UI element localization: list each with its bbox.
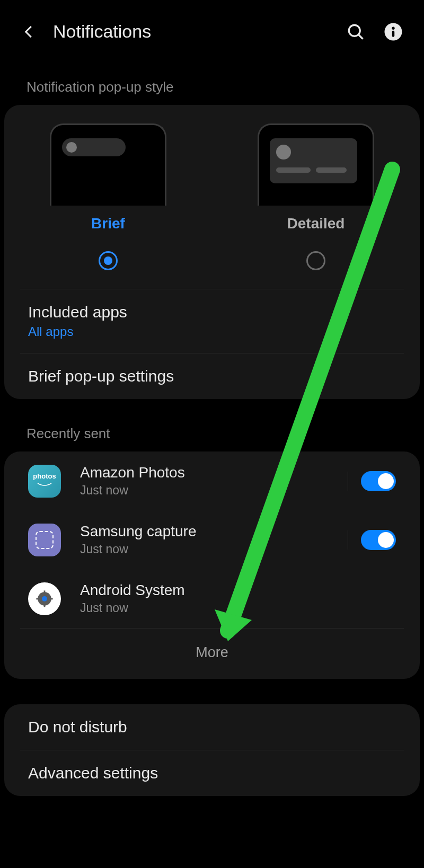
search-icon[interactable] bbox=[346, 22, 365, 41]
app-row-amazon-photos[interactable]: photos Amazon Photos Just now bbox=[4, 451, 420, 510]
app-row-android-system[interactable]: Android System Just now bbox=[4, 569, 420, 628]
svg-point-3 bbox=[392, 26, 394, 29]
brief-settings-label: Brief pop-up settings bbox=[28, 367, 396, 385]
detailed-preview bbox=[258, 123, 374, 206]
style-option-detailed[interactable]: Detailed bbox=[212, 123, 420, 270]
android-system-icon bbox=[28, 582, 61, 615]
brief-label: Brief bbox=[91, 215, 125, 232]
svg-rect-7 bbox=[44, 590, 46, 594]
included-apps-title: Included apps bbox=[28, 303, 396, 321]
radio-brief[interactable] bbox=[99, 251, 118, 270]
back-icon[interactable] bbox=[21, 24, 37, 40]
advanced-settings-row[interactable]: Advanced settings bbox=[4, 750, 420, 796]
app-name: Amazon Photos bbox=[80, 464, 329, 481]
brief-settings-row[interactable]: Brief pop-up settings bbox=[4, 353, 420, 399]
do-not-disturb-row[interactable]: Do not disturb bbox=[4, 704, 420, 750]
svg-line-1 bbox=[358, 34, 363, 39]
toggle-samsung-capture[interactable] bbox=[361, 530, 396, 550]
svg-rect-8 bbox=[44, 604, 46, 607]
recently-sent-card: photos Amazon Photos Just now Samsung ca… bbox=[4, 451, 420, 679]
info-icon[interactable] bbox=[384, 22, 403, 41]
svg-rect-4 bbox=[392, 30, 395, 37]
svg-point-0 bbox=[349, 25, 360, 36]
recently-sent-label: Recently sent bbox=[0, 399, 424, 451]
amazon-photos-icon: photos bbox=[28, 465, 61, 498]
style-option-brief[interactable]: Brief bbox=[4, 123, 212, 270]
samsung-capture-icon bbox=[28, 524, 61, 556]
app-time: Just now bbox=[80, 542, 329, 556]
advanced-label: Advanced settings bbox=[28, 764, 396, 782]
included-apps-row[interactable]: Included apps All apps bbox=[4, 289, 420, 353]
included-apps-value: All apps bbox=[28, 324, 396, 339]
radio-detailed[interactable] bbox=[306, 251, 325, 270]
brief-preview bbox=[50, 123, 166, 206]
app-time: Just now bbox=[80, 483, 329, 498]
app-name: Android System bbox=[80, 582, 396, 599]
svg-rect-10 bbox=[50, 598, 53, 599]
svg-point-6 bbox=[42, 596, 47, 601]
popup-style-label: Notification pop-up style bbox=[0, 52, 424, 105]
more-button[interactable]: More bbox=[4, 628, 420, 679]
app-row-samsung-capture[interactable]: Samsung capture Just now bbox=[4, 510, 420, 569]
page-title: Notifications bbox=[53, 21, 346, 42]
dnd-label: Do not disturb bbox=[28, 718, 396, 736]
app-time: Just now bbox=[80, 601, 396, 615]
app-name: Samsung capture bbox=[80, 523, 329, 540]
other-settings-card: Do not disturb Advanced settings bbox=[4, 704, 420, 796]
popup-style-card: Brief Detailed Included apps All apps Br… bbox=[4, 105, 420, 399]
svg-rect-9 bbox=[36, 598, 39, 599]
toggle-amazon-photos[interactable] bbox=[361, 471, 396, 491]
detailed-label: Detailed bbox=[287, 215, 345, 232]
